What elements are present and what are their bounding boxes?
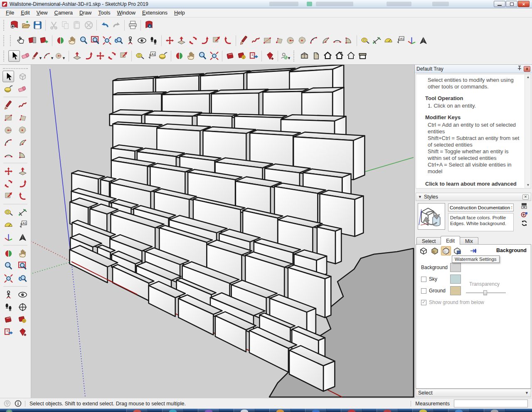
line-tool-icon[interactable] <box>2 99 14 111</box>
toolbar-drag-handle[interactable] <box>3 51 7 61</box>
print-tool-icon[interactable] <box>127 20 138 31</box>
toolbar-drag-handle[interactable] <box>3 35 7 46</box>
position-camera-tool-icon[interactable] <box>124 35 136 47</box>
gem-tool-icon[interactable] <box>17 326 28 338</box>
move-tool-icon[interactable] <box>94 50 106 62</box>
component-board-tool-icon[interactable] <box>27 35 38 47</box>
rotated-rectangle-tool-icon[interactable] <box>17 112 28 123</box>
circle-tool-icon[interactable] <box>2 124 14 136</box>
taskbar-app[interactable] <box>234 409 255 412</box>
face-settings-icon[interactable] <box>430 246 440 255</box>
menu-view[interactable]: View <box>33 9 51 17</box>
arc2-tool-icon[interactable] <box>331 35 343 47</box>
protractor-tool-icon[interactable] <box>2 219 14 231</box>
push-pull-tool-icon[interactable] <box>71 50 83 62</box>
background-settings-icon[interactable] <box>441 246 451 255</box>
text-tool-icon[interactable]: A1 <box>394 35 406 47</box>
compass-tool-icon[interactable] <box>17 301 28 313</box>
taskbar-app[interactable] <box>126 409 148 412</box>
taskbar-app[interactable] <box>198 409 219 412</box>
pie-filled-tool-icon[interactable] <box>343 35 355 47</box>
select-panel-header[interactable]: Select ▼ <box>416 389 531 397</box>
axes-tool-icon[interactable] <box>406 35 417 47</box>
slider-thumb[interactable] <box>483 290 487 295</box>
taskbar-app[interactable] <box>305 409 327 412</box>
freehand-tool-icon[interactable] <box>17 99 28 111</box>
sky-checkbox[interactable] <box>421 277 426 282</box>
polygon-tool-icon[interactable] <box>17 124 28 136</box>
arc-tool-icon[interactable] <box>308 35 320 47</box>
style-description[interactable]: Default face colors. Profile Edges. Whit… <box>448 213 514 231</box>
pie-tool-icon[interactable] <box>320 35 331 47</box>
scale-swirl-tool-icon[interactable] <box>222 35 234 47</box>
arc-tool-icon[interactable] <box>2 137 14 148</box>
model-viewport[interactable] <box>31 65 414 398</box>
section-plane-tool-icon[interactable] <box>17 231 28 243</box>
zoom-tool-icon[interactable] <box>78 35 89 47</box>
house-flat-tool-icon[interactable] <box>357 50 368 62</box>
toolbar-drag-handle[interactable] <box>3 68 28 69</box>
taskbar-app[interactable] <box>269 409 291 412</box>
modeling-settings-icon[interactable] <box>468 246 478 255</box>
follow-me-tool-icon[interactable] <box>199 35 210 47</box>
protractor-tool-icon[interactable] <box>382 35 394 47</box>
circle-tool-icon[interactable]: ▼ <box>55 50 66 62</box>
tab-mix[interactable]: Mix <box>460 237 478 245</box>
tab-edit[interactable]: Edit <box>441 236 460 245</box>
line-tool-icon[interactable]: ▼ <box>32 50 43 62</box>
menu-help[interactable]: Help <box>171 9 188 17</box>
orbit-tool-icon[interactable] <box>173 50 185 62</box>
pan-tool-icon[interactable] <box>185 50 197 62</box>
start-orb-icon[interactable] <box>6 409 12 412</box>
offset-tool-icon[interactable] <box>210 35 222 47</box>
house-box-tool-icon[interactable] <box>310 50 322 62</box>
taskbar-app[interactable] <box>341 409 362 412</box>
select-hand-tool-icon[interactable] <box>15 35 27 47</box>
watermark-settings-icon[interactable] <box>452 246 462 255</box>
taskbar-app[interactable] <box>484 409 505 412</box>
select-tool-icon[interactable] <box>2 71 14 82</box>
eraser-tool-icon[interactable] <box>17 83 28 95</box>
sky-color-swatch[interactable] <box>450 275 461 284</box>
follow-me-tool-icon[interactable] <box>83 50 94 62</box>
walk-tool-icon[interactable] <box>148 35 159 47</box>
menu-edit[interactable]: Edit <box>17 9 33 17</box>
redo-tool-icon[interactable] <box>111 20 122 31</box>
styles-section-header[interactable]: ▼ Styles ✕ <box>416 193 531 201</box>
edge-settings-icon[interactable] <box>419 246 429 255</box>
warehouse-tool-icon[interactable] <box>2 314 14 325</box>
look-around-tool-icon[interactable] <box>136 35 148 47</box>
rotated-rectangle-tool-icon[interactable] <box>273 35 285 47</box>
transparency-slider[interactable] <box>466 290 506 295</box>
menu-camera[interactable]: Camera <box>51 9 76 17</box>
scroll-up-icon[interactable]: ▲ <box>525 74 531 80</box>
zoom-extents-tool-icon[interactable] <box>208 50 220 62</box>
new-tool-icon[interactable] <box>8 20 20 31</box>
toolbar-drag-handle[interactable] <box>10 35 13 46</box>
make-component-tool-icon[interactable] <box>17 71 28 82</box>
share-tool-icon[interactable] <box>2 326 14 338</box>
ground-color-swatch[interactable] <box>450 286 461 295</box>
gem-tool-icon[interactable] <box>264 50 276 62</box>
menu-extensions[interactable]: Extensions <box>139 9 171 17</box>
dropdown-caret-icon[interactable]: ▼ <box>62 56 66 60</box>
component-export-tool-icon[interactable] <box>38 35 50 47</box>
show-ground-checkbox[interactable] <box>421 300 426 305</box>
taskbar-app[interactable] <box>377 409 398 412</box>
house-top-tool-icon[interactable] <box>333 50 345 62</box>
help-info-icon[interactable] <box>15 400 22 407</box>
scale-swirl-tool-icon[interactable] <box>17 190 28 202</box>
line-tool-icon[interactable] <box>238 35 250 47</box>
select-tool-icon[interactable] <box>8 50 20 62</box>
move-tool-icon[interactable] <box>2 165 14 177</box>
position-camera-tool-icon[interactable] <box>2 289 14 300</box>
dropdown-caret-icon[interactable]: ▼ <box>39 56 42 60</box>
measurements-input[interactable] <box>454 400 528 407</box>
arc2-tool-icon[interactable] <box>2 149 14 161</box>
share-tool-icon[interactable] <box>248 50 259 62</box>
taskbar-app[interactable] <box>162 409 184 412</box>
rotate-tool-icon[interactable] <box>187 35 199 47</box>
dimension-tool-icon[interactable] <box>17 206 28 218</box>
pin-icon[interactable] <box>517 65 522 72</box>
rectangle-tool-icon[interactable] <box>261 35 273 47</box>
